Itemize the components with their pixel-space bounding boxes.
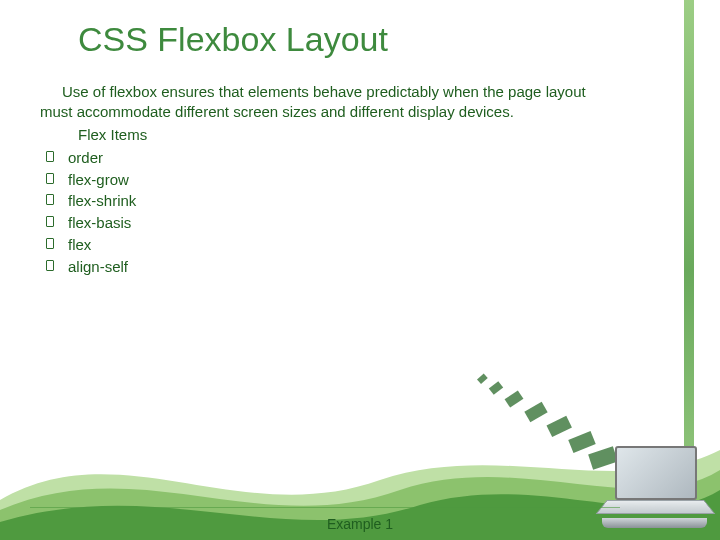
list-item: order (40, 147, 620, 169)
footer-label: Example 1 (0, 516, 720, 532)
list-item: align-self (40, 256, 620, 278)
list-item: flex-basis (40, 212, 620, 234)
svg-rect-3 (524, 402, 547, 422)
list-item: flex-shrink (40, 190, 620, 212)
list-item: flex (40, 234, 620, 256)
svg-rect-1 (568, 431, 595, 453)
svg-rect-2 (546, 416, 571, 437)
svg-rect-5 (489, 381, 503, 395)
svg-rect-6 (477, 373, 488, 383)
intro-paragraph: Use of flexbox ensures that elements beh… (40, 82, 620, 123)
slide: CSS Flexbox Layout Use of flexbox ensure… (0, 0, 720, 540)
flex-items-list: order flex-grow flex-shrink flex-basis f… (40, 147, 620, 278)
subheading: Flex Items (40, 125, 620, 145)
laptop-decor (597, 446, 712, 526)
list-item: flex-grow (40, 169, 620, 191)
slide-title: CSS Flexbox Layout (78, 20, 388, 59)
svg-rect-4 (505, 390, 524, 407)
slide-body: Use of flexbox ensures that elements beh… (40, 82, 620, 277)
footer-divider (30, 507, 620, 508)
